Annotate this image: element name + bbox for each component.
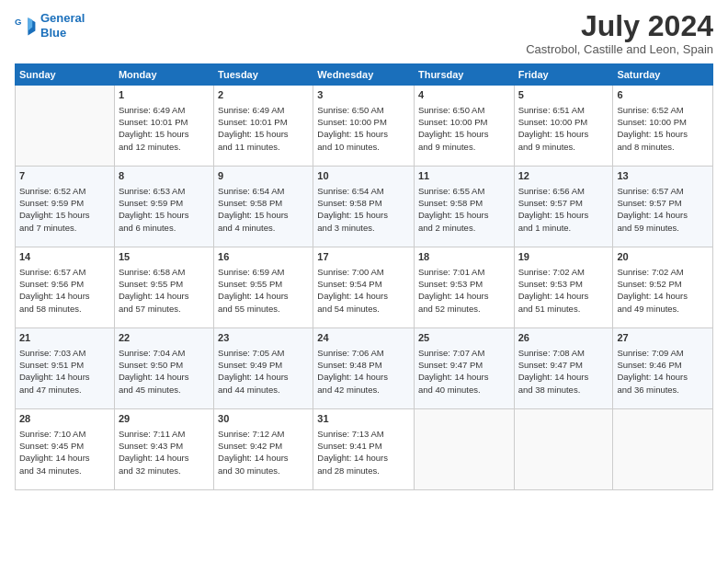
day-detail: Sunrise: 6:54 AMSunset: 9:58 PMDaylight:… (317, 185, 410, 234)
calendar-week-3: 14Sunrise: 6:57 AMSunset: 9:56 PMDayligh… (16, 247, 713, 328)
day-detail: Sunrise: 7:01 AMSunset: 9:53 PMDaylight:… (418, 266, 510, 315)
day-detail: Sunrise: 7:09 AMSunset: 9:46 PMDaylight:… (617, 347, 709, 396)
logo-icon: G (15, 15, 37, 37)
day-detail: Sunrise: 7:02 AMSunset: 9:53 PMDaylight:… (518, 266, 609, 315)
day-number: 23 (218, 331, 309, 345)
day-number: 18 (418, 250, 510, 264)
calendar-cell: 25Sunrise: 7:07 AMSunset: 9:47 PMDayligh… (414, 328, 514, 409)
calendar-cell: 9Sunrise: 6:54 AMSunset: 9:58 PMDaylight… (214, 167, 313, 247)
calendar-cell: 3Sunrise: 6:50 AMSunset: 10:00 PMDayligh… (313, 86, 415, 167)
day-number: 28 (19, 412, 110, 426)
day-detail: Sunrise: 6:52 AMSunset: 9:59 PMDaylight:… (19, 185, 110, 234)
calendar-cell: 17Sunrise: 7:00 AMSunset: 9:54 PMDayligh… (313, 247, 415, 328)
day-number: 19 (518, 250, 609, 264)
day-detail: Sunrise: 6:58 AMSunset: 9:55 PMDaylight:… (119, 266, 210, 315)
day-detail: Sunrise: 6:57 AMSunset: 9:57 PMDaylight:… (617, 185, 709, 234)
day-number: 4 (418, 88, 510, 102)
calendar-cell: 18Sunrise: 7:01 AMSunset: 9:53 PMDayligh… (414, 247, 514, 328)
calendar-cell: 4Sunrise: 6:50 AMSunset: 10:00 PMDayligh… (414, 86, 514, 167)
calendar-week-4: 21Sunrise: 7:03 AMSunset: 9:51 PMDayligh… (16, 328, 713, 409)
calendar-cell: 27Sunrise: 7:09 AMSunset: 9:46 PMDayligh… (613, 328, 713, 409)
location: Castrobol, Castille and Leon, Spain (526, 42, 713, 56)
calendar-cell: 1Sunrise: 6:49 AMSunset: 10:01 PMDayligh… (114, 86, 213, 167)
day-detail: Sunrise: 7:12 AMSunset: 9:42 PMDaylight:… (218, 428, 309, 477)
calendar-cell: 26Sunrise: 7:08 AMSunset: 9:47 PMDayligh… (514, 328, 613, 409)
day-detail: Sunrise: 7:04 AMSunset: 9:50 PMDaylight:… (119, 347, 210, 396)
calendar-cell: 16Sunrise: 6:59 AMSunset: 9:55 PMDayligh… (214, 247, 313, 328)
calendar-cell (16, 86, 115, 167)
calendar-cell: 6Sunrise: 6:52 AMSunset: 10:00 PMDayligh… (613, 86, 713, 167)
calendar-cell: 22Sunrise: 7:04 AMSunset: 9:50 PMDayligh… (114, 328, 213, 409)
day-number: 22 (119, 331, 210, 345)
calendar-cell: 2Sunrise: 6:49 AMSunset: 10:01 PMDayligh… (214, 86, 313, 167)
day-detail: Sunrise: 7:08 AMSunset: 9:47 PMDaylight:… (518, 347, 609, 396)
day-number: 13 (617, 169, 709, 183)
day-detail: Sunrise: 6:53 AMSunset: 9:59 PMDaylight:… (119, 185, 210, 234)
calendar-week-2: 7Sunrise: 6:52 AMSunset: 9:59 PMDaylight… (16, 167, 713, 247)
day-number: 21 (19, 331, 110, 345)
header-friday: Friday (514, 64, 613, 86)
calendar-cell: 20Sunrise: 7:02 AMSunset: 9:52 PMDayligh… (613, 247, 713, 328)
calendar-cell: 15Sunrise: 6:58 AMSunset: 9:55 PMDayligh… (114, 247, 213, 328)
day-number: 14 (19, 250, 110, 264)
title-area: July 2024 Castrobol, Castille and Leon, … (526, 11, 713, 56)
day-number: 3 (317, 88, 410, 102)
day-detail: Sunrise: 6:50 AMSunset: 10:00 PMDaylight… (418, 104, 510, 153)
calendar-cell: 19Sunrise: 7:02 AMSunset: 9:53 PMDayligh… (514, 247, 613, 328)
day-number: 2 (218, 88, 309, 102)
header-thursday: Thursday (414, 64, 514, 86)
logo-text: General Blue (40, 11, 85, 40)
calendar-cell: 23Sunrise: 7:05 AMSunset: 9:49 PMDayligh… (214, 328, 313, 409)
calendar-cell: 11Sunrise: 6:55 AMSunset: 9:58 PMDayligh… (414, 167, 514, 247)
header: G General Blue July 2024 Castrobol, Cast… (15, 11, 713, 56)
day-detail: Sunrise: 7:11 AMSunset: 9:43 PMDaylight:… (119, 428, 210, 477)
day-detail: Sunrise: 7:02 AMSunset: 9:52 PMDaylight:… (617, 266, 709, 315)
calendar-header-row: Sunday Monday Tuesday Wednesday Thursday… (16, 64, 713, 86)
day-detail: Sunrise: 7:07 AMSunset: 9:47 PMDaylight:… (418, 347, 510, 396)
day-detail: Sunrise: 6:59 AMSunset: 9:55 PMDaylight:… (218, 266, 309, 315)
day-detail: Sunrise: 7:10 AMSunset: 9:45 PMDaylight:… (19, 428, 110, 477)
calendar-cell: 8Sunrise: 6:53 AMSunset: 9:59 PMDaylight… (114, 167, 213, 247)
day-detail: Sunrise: 6:55 AMSunset: 9:58 PMDaylight:… (418, 185, 510, 234)
day-detail: Sunrise: 7:06 AMSunset: 9:48 PMDaylight:… (317, 347, 410, 396)
day-number: 24 (317, 331, 410, 345)
month-title: July 2024 (526, 11, 713, 40)
logo: G General Blue (15, 11, 85, 40)
calendar-week-5: 28Sunrise: 7:10 AMSunset: 9:45 PMDayligh… (16, 409, 713, 490)
day-number: 29 (119, 412, 210, 426)
svg-text:G: G (15, 17, 21, 27)
header-monday: Monday (114, 64, 213, 86)
header-sunday: Sunday (16, 64, 115, 86)
calendar-cell: 29Sunrise: 7:11 AMSunset: 9:43 PMDayligh… (114, 409, 213, 490)
calendar-cell (414, 409, 514, 490)
day-detail: Sunrise: 6:52 AMSunset: 10:00 PMDaylight… (617, 104, 709, 153)
day-number: 8 (119, 169, 210, 183)
header-tuesday: Tuesday (214, 64, 313, 86)
day-number: 1 (119, 88, 210, 102)
day-number: 25 (418, 331, 510, 345)
day-detail: Sunrise: 6:51 AMSunset: 10:00 PMDaylight… (518, 104, 609, 153)
calendar-cell: 28Sunrise: 7:10 AMSunset: 9:45 PMDayligh… (16, 409, 115, 490)
calendar-cell: 24Sunrise: 7:06 AMSunset: 9:48 PMDayligh… (313, 328, 415, 409)
day-number: 17 (317, 250, 410, 264)
calendar-cell: 13Sunrise: 6:57 AMSunset: 9:57 PMDayligh… (613, 167, 713, 247)
calendar-cell: 31Sunrise: 7:13 AMSunset: 9:41 PMDayligh… (313, 409, 415, 490)
calendar-cell: 7Sunrise: 6:52 AMSunset: 9:59 PMDaylight… (16, 167, 115, 247)
calendar-cell: 14Sunrise: 6:57 AMSunset: 9:56 PMDayligh… (16, 247, 115, 328)
day-detail: Sunrise: 7:00 AMSunset: 9:54 PMDaylight:… (317, 266, 410, 315)
day-number: 7 (19, 169, 110, 183)
calendar-table: Sunday Monday Tuesday Wednesday Thursday… (15, 63, 713, 490)
day-detail: Sunrise: 6:56 AMSunset: 9:57 PMDaylight:… (518, 185, 609, 234)
day-detail: Sunrise: 7:03 AMSunset: 9:51 PMDaylight:… (19, 347, 110, 396)
day-number: 10 (317, 169, 410, 183)
header-wednesday: Wednesday (313, 64, 415, 86)
day-detail: Sunrise: 6:50 AMSunset: 10:00 PMDaylight… (317, 104, 410, 153)
calendar-cell: 5Sunrise: 6:51 AMSunset: 10:00 PMDayligh… (514, 86, 613, 167)
day-number: 12 (518, 169, 609, 183)
calendar-cell: 10Sunrise: 6:54 AMSunset: 9:58 PMDayligh… (313, 167, 415, 247)
calendar-cell (514, 409, 613, 490)
day-number: 9 (218, 169, 309, 183)
page-container: G General Blue July 2024 Castrobol, Cast… (0, 0, 728, 501)
day-number: 27 (617, 331, 709, 345)
calendar-cell: 30Sunrise: 7:12 AMSunset: 9:42 PMDayligh… (214, 409, 313, 490)
